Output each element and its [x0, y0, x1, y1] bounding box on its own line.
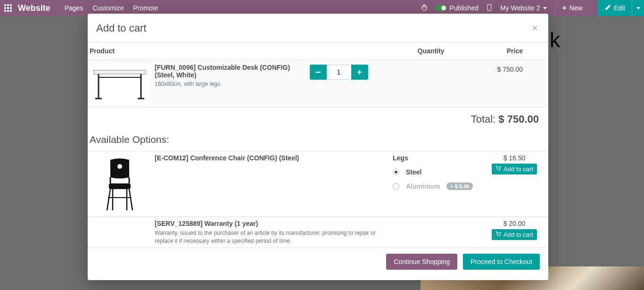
variant-aluminium[interactable]: Aluminium + $ 6.40 — [393, 182, 487, 190]
total-amount: $ 750.00 — [498, 113, 539, 125]
website-switcher[interactable]: My Website 2 — [500, 4, 547, 12]
variant-group-title: Legs — [393, 154, 487, 162]
option-price: $ 16.50 — [487, 154, 542, 162]
svg-rect-4 — [109, 183, 131, 189]
qty-decrease-button[interactable]: − — [310, 65, 327, 80]
toggle-icon — [436, 5, 446, 11]
svg-point-8 — [499, 235, 500, 236]
caret-down-icon — [636, 7, 640, 9]
add-to-cart-label: Add to cart — [504, 231, 533, 238]
modal-body[interactable]: Product Quantity Price [FURN_0096] Custo… — [88, 42, 548, 248]
new-button-label: New — [570, 4, 583, 12]
close-icon[interactable]: × — [532, 23, 538, 33]
edit-dropdown-caret[interactable] — [632, 0, 644, 16]
product-image-empty — [90, 220, 150, 220]
menu-promote[interactable]: Promote — [133, 4, 158, 12]
total-label: Total: — [471, 113, 496, 125]
cart-table-header: Product Quantity Price — [88, 42, 548, 60]
option-price: $ 20.00 — [487, 220, 542, 227]
option-row-warranty: [SERV_125889] Warranty (1 year) Warranty… — [88, 216, 548, 248]
pencil-icon — [604, 4, 611, 12]
qty-increase-button[interactable]: + — [351, 65, 368, 80]
product-image-chair — [90, 154, 150, 215]
modal-title: Add to cart — [96, 22, 146, 34]
variant-steel[interactable]: Steel — [393, 168, 487, 176]
main-menu: Pages Customize Promote — [65, 4, 158, 12]
caret-down-icon — [543, 7, 547, 9]
mobile-preview-icon[interactable] — [487, 4, 492, 12]
published-toggle[interactable]: Published — [436, 4, 479, 12]
add-to-cart-modal: Add to cart × Product Quantity Price [FU… — [88, 14, 548, 280]
cart-icon — [495, 231, 501, 238]
available-options-heading: Available Options: — [88, 131, 548, 151]
radio-icon — [393, 169, 399, 175]
continue-shopping-button[interactable]: Continue Shopping — [386, 254, 457, 270]
svg-point-6 — [499, 170, 500, 171]
website-switcher-label: My Website 2 — [500, 4, 540, 12]
plus-icon: + — [562, 4, 567, 12]
product-image-desk — [90, 64, 150, 105]
radio-icon — [393, 183, 399, 190]
published-label: Published — [449, 4, 479, 12]
svg-point-7 — [497, 235, 498, 236]
proceed-to-checkout-button[interactable]: Proceed to Checkout — [463, 254, 540, 270]
add-to-cart-label: Add to cart — [504, 166, 533, 173]
col-header-quantity: Quantity — [393, 47, 469, 55]
menu-customize[interactable]: Customize — [92, 4, 124, 12]
cart-row: [FURN_0096] Customizable Desk (CONFIG) (… — [88, 60, 548, 108]
variant-label: Steel — [406, 168, 421, 176]
edit-button[interactable]: Edit — [598, 0, 632, 16]
edit-button-label: Edit — [614, 4, 625, 12]
qty-input[interactable] — [327, 65, 351, 80]
add-to-cart-button[interactable]: Add to cart — [492, 164, 537, 174]
cart-total-row: Total: $ 750.00 — [88, 108, 548, 131]
option-name: [E-COM12] Conference Chair (CONFIG) (Ste… — [155, 154, 393, 162]
svg-point-5 — [497, 170, 498, 171]
product-name: [FURN_0096] Customizable Desk (CONFIG) (… — [155, 64, 301, 79]
brand-label[interactable]: Website — [18, 3, 50, 13]
option-name: [SERV_125889] Warranty (1 year) — [155, 220, 393, 227]
option-row-chair: [E-COM12] Conference Chair (CONFIG) (Ste… — [88, 151, 548, 216]
product-desc: 160x80cm, with large legs. — [155, 81, 301, 87]
apps-icon[interactable] — [0, 0, 16, 16]
product-price: $ 750.00 — [377, 64, 542, 73]
bug-icon[interactable] — [421, 4, 428, 12]
variant-label: Aluminium — [406, 182, 440, 190]
modal-header: Add to cart × — [88, 14, 548, 42]
add-to-cart-button[interactable]: Add to cart — [492, 229, 537, 240]
svg-rect-2 — [94, 70, 146, 74]
menu-pages[interactable]: Pages — [65, 4, 83, 12]
col-header-product: Product — [90, 47, 393, 55]
variant-price-badge: + $ 6.40 — [446, 182, 473, 190]
option-desc: Warranty, issued to the purchaser of an … — [155, 229, 393, 245]
cart-icon — [495, 166, 501, 173]
svg-point-3 — [117, 164, 122, 169]
svg-point-1 — [489, 9, 489, 10]
modal-footer: Continue Shopping Proceed to Checkout — [88, 248, 548, 275]
new-button[interactable]: + New — [555, 0, 589, 16]
col-header-price: Price — [469, 47, 542, 55]
